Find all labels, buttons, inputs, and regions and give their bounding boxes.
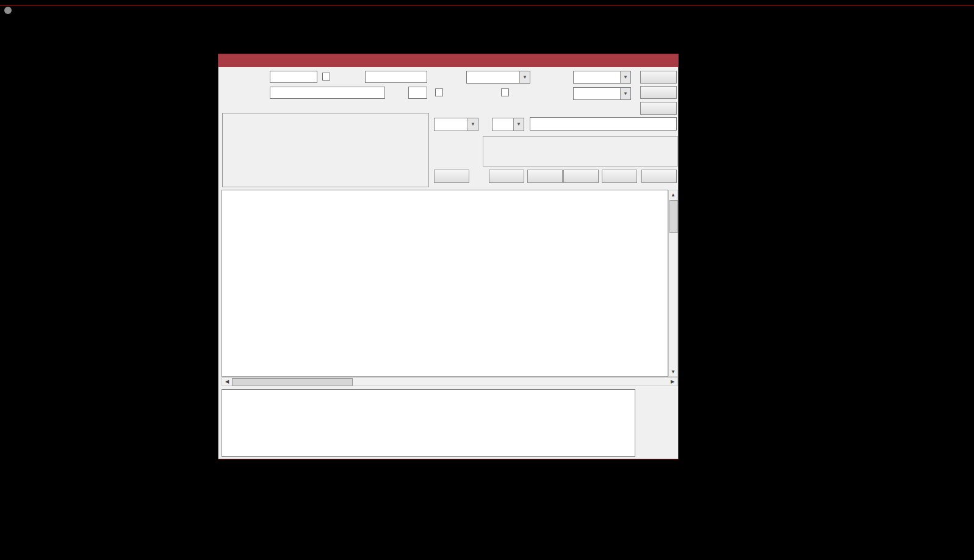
scroll-right-icon[interactable]: ▶: [668, 378, 677, 386]
scrollbar-thumb[interactable]: [669, 200, 678, 233]
test-result-box: [222, 389, 635, 457]
trading-app-screen: ▼ ▼ ▼ ▼ ▼: [0, 0, 974, 560]
maximize-icon[interactable]: [645, 56, 655, 65]
stock-dropdown-icon[interactable]: [4, 7, 12, 14]
trade-rule-select[interactable]: ▼: [492, 118, 524, 131]
password-protect-checkbox[interactable]: [322, 73, 330, 81]
formula-code-editor[interactable]: [222, 190, 668, 377]
coord-line-input[interactable]: [530, 117, 677, 131]
chevron-down-icon[interactable]: ▼: [513, 118, 524, 131]
editor-vertical-scrollbar[interactable]: ▲ ▼: [668, 190, 678, 377]
version-input[interactable]: [408, 87, 427, 99]
close-icon[interactable]: [663, 56, 673, 65]
scroll-left-icon[interactable]: ◀: [223, 378, 231, 386]
chevron-down-icon[interactable]: ▼: [620, 88, 630, 99]
scrollbar-thumb[interactable]: [232, 378, 353, 386]
edit-ops-button[interactable]: [489, 170, 524, 183]
cloud-formula-checkbox[interactable]: [501, 88, 509, 96]
cancel-button[interactable]: [640, 86, 677, 99]
password-input[interactable]: [365, 71, 427, 83]
chevron-down-icon[interactable]: ▼: [467, 118, 478, 131]
parameter-panel: [222, 113, 429, 187]
pc-only-checkbox[interactable]: [435, 88, 443, 96]
draw-method-select[interactable]: ▼: [573, 71, 631, 84]
ok-button[interactable]: [640, 71, 677, 84]
scroll-up-icon[interactable]: ▲: [669, 191, 677, 199]
formula-desc-input[interactable]: [270, 87, 385, 99]
editor-horizontal-scrollbar[interactable]: ◀ ▶: [222, 377, 678, 386]
dialog-titlebar[interactable]: [218, 54, 678, 67]
formula-editor-dialog: ▼ ▼ ▼ ▼ ▼: [218, 54, 679, 459]
insert-function-button[interactable]: [527, 170, 563, 183]
extra-y-axis-group: [483, 136, 678, 167]
decimals-select[interactable]: ▼: [573, 87, 631, 100]
chevron-down-icon[interactable]: ▼: [620, 71, 630, 83]
formula-name-input[interactable]: [270, 71, 317, 83]
formula-type-select[interactable]: ▼: [466, 71, 530, 84]
stock-title[interactable]: [2, 5, 12, 16]
insert-resource-button[interactable]: [563, 170, 599, 183]
chevron-down-icon[interactable]: ▼: [519, 71, 530, 83]
save-as-button[interactable]: [640, 102, 677, 115]
import-formula-button[interactable]: [602, 170, 637, 183]
ai-write-formula-button[interactable]: [434, 170, 469, 183]
formula-tag-select[interactable]: ▼: [434, 118, 478, 131]
period-menu-bar: [0, 0, 974, 5]
test-formula-button[interactable]: [641, 170, 677, 183]
scroll-down-icon[interactable]: ▼: [669, 368, 677, 376]
